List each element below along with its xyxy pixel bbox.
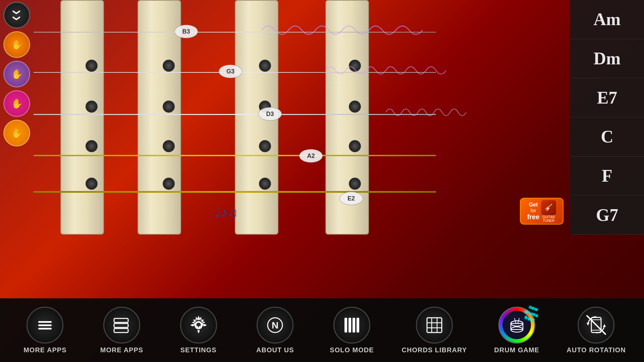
chords-library-label: CHORDS LIBRARY: [402, 346, 467, 354]
toolbar-drum-game-button[interactable]: newdrumsfree! DRUM GAME: [490, 307, 544, 354]
chords-library-circle: [416, 307, 453, 344]
menu-icon: [37, 318, 53, 332]
chord-panel: Am Dm E7 C F G7: [570, 0, 644, 235]
fret-dot: [163, 60, 175, 72]
menu-circle: [26, 307, 63, 344]
strum-mode-2-button[interactable]: ✋: [3, 61, 30, 87]
gear-icon: [189, 315, 209, 335]
rotation-icon: [585, 314, 607, 336]
strum-mode-1-button[interactable]: ✋: [3, 31, 30, 58]
note-a2: A2: [299, 149, 323, 163]
settings-circle: [180, 307, 217, 344]
toolbar-settings-button[interactable]: SETTINGS: [172, 307, 225, 354]
frets-icon: [342, 315, 362, 335]
svg-marker-27: [586, 323, 590, 325]
settings-label: SETTINGS: [180, 346, 217, 354]
drum-game-label: DRUM GAME: [494, 346, 539, 354]
fret-bar-2: [138, 0, 181, 235]
sound-wave-string1: [262, 20, 429, 40]
for-text: for: [527, 208, 540, 213]
svg-rect-14: [427, 318, 442, 333]
guitar-string-3[interactable]: [34, 114, 436, 115]
chord-e7[interactable]: E7: [570, 78, 644, 117]
fret-dot: [349, 178, 361, 190]
guitar-string-4[interactable]: [34, 155, 436, 156]
get-for-free-badge[interactable]: Get for free 🎸 GUITARTUNER: [520, 198, 564, 225]
stack-icon: [112, 317, 131, 334]
solo-mode-label: SOLO MODE: [330, 346, 374, 354]
chord-c[interactable]: C: [570, 117, 644, 157]
music-notes-decoration: ♩♪♫: [215, 204, 238, 220]
fret-dot: [86, 60, 98, 72]
toolbar-auto-rotation-button[interactable]: AUTO ROTATION: [567, 307, 626, 354]
svg-rect-13: [357, 318, 359, 333]
fret-dot: [86, 178, 98, 190]
about-us-label: ABOUT US: [256, 346, 294, 354]
note-n-icon: N: [265, 315, 285, 335]
solo-mode-circle: [333, 307, 370, 344]
free-text: free: [527, 213, 540, 221]
left-button-panel: ❯❯ ✋ ✋ ✋ ✋: [0, 0, 34, 215]
svg-rect-12: [353, 318, 355, 333]
book-grid-icon: [424, 315, 444, 335]
about-us-circle: N: [257, 307, 293, 344]
svg-rect-5: [114, 328, 128, 333]
toolbar-about-us-button[interactable]: N ABOUT US: [248, 307, 302, 354]
chord-f[interactable]: F: [570, 157, 644, 196]
note-e2: E2: [339, 192, 363, 205]
auto-rotation-label: AUTO ROTATION: [567, 346, 626, 354]
svg-text:N: N: [272, 320, 278, 330]
fret-dot: [163, 101, 175, 113]
svg-rect-2: [38, 328, 52, 329]
fret-dot: [349, 101, 361, 113]
note-g3: G3: [219, 65, 242, 78]
toolbar-menu-button[interactable]: MORE APPS: [18, 307, 72, 354]
svg-line-29: [587, 316, 605, 334]
collapse-button[interactable]: ❯❯: [3, 2, 30, 28]
svg-rect-3: [114, 318, 128, 322]
sound-wave-string3: [386, 104, 486, 121]
svg-rect-11: [348, 318, 351, 333]
fret-dot: [349, 140, 361, 152]
svg-rect-4: [114, 323, 128, 327]
toolbar-more-apps-button[interactable]: MORE APPS: [95, 307, 149, 354]
strum-mode-3-button[interactable]: ✋: [3, 90, 30, 117]
get-text: Get: [527, 201, 540, 208]
fret-dot: [86, 140, 98, 152]
chord-g7[interactable]: G7: [570, 195, 644, 235]
toolbar-solo-mode-button[interactable]: SOLO MODE: [325, 307, 379, 354]
chord-am[interactable]: Am: [570, 0, 644, 39]
fret-dot: [259, 60, 271, 72]
tuner-label: GUITARTUNER: [542, 215, 555, 223]
svg-rect-1: [38, 324, 52, 326]
fret-dot: [163, 178, 175, 190]
fret-dot: [259, 178, 271, 190]
fret-bar-1: [60, 0, 104, 235]
bottom-toolbar: MORE APPS MORE APPS SETTINGS: [0, 298, 644, 362]
svg-rect-0: [38, 321, 52, 323]
guitar-string-5[interactable]: [34, 191, 436, 193]
auto-rotation-circle: [578, 307, 614, 344]
fret-dot: [259, 140, 271, 152]
more-apps-label: MORE APPS: [100, 346, 143, 354]
menu-label: MORE APPS: [23, 346, 66, 354]
fret-dot: [86, 101, 98, 113]
fretboard: B3 G3 D3 A2 E2: [34, 0, 402, 235]
svg-marker-28: [603, 325, 606, 327]
strum-mode-4-button[interactable]: ✋: [3, 120, 30, 146]
sound-wave-string2: [325, 60, 460, 80]
note-d3: D3: [258, 107, 282, 121]
chord-dm[interactable]: Dm: [570, 39, 644, 78]
svg-rect-10: [344, 318, 347, 333]
guitar-tuner-icon: 🎸: [544, 203, 553, 212]
fret-dot: [163, 140, 175, 152]
toolbar-chords-library-button[interactable]: CHORDS LIBRARY: [402, 307, 467, 354]
more-apps-circle: [103, 307, 140, 344]
note-b3: B3: [174, 25, 198, 38]
